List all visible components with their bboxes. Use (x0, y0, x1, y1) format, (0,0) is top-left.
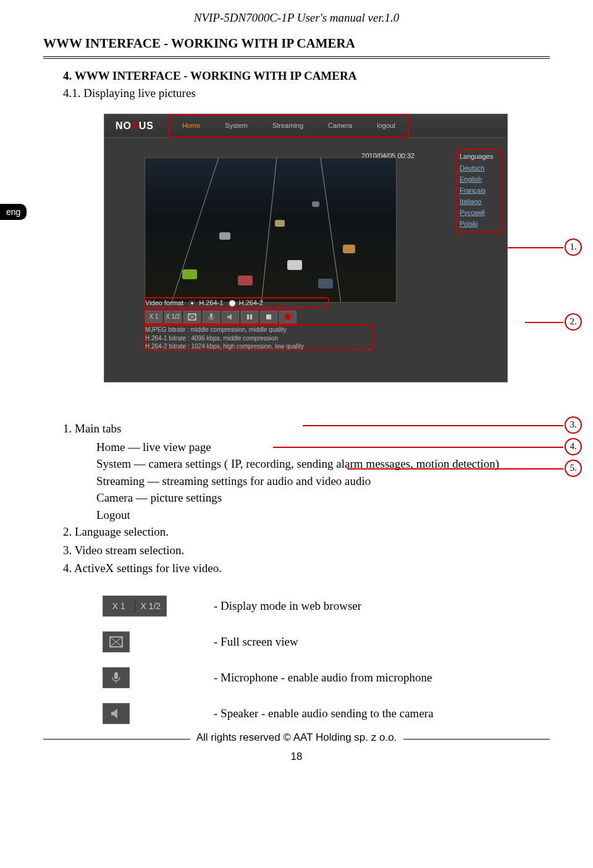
list-item-4: 4. ActiveX settings for live video. (63, 560, 550, 577)
screenshot-body: 2010/04/05 00:32 (104, 138, 507, 303)
record-button[interactable] (279, 311, 296, 323)
video-format-opt1: H.264-1 (199, 299, 223, 306)
x12-label: X 1/2 (135, 600, 167, 612)
svg-marker-10 (111, 709, 117, 718)
sub-system: System — camera settings ( IP, recording… (63, 455, 550, 473)
icon-legend-table: X 1 X 1/2 - Display mode in web browser … (103, 596, 550, 724)
activex-toolbar: X 1 X 1/2 (145, 311, 296, 323)
mic-button[interactable] (203, 311, 220, 323)
lang-english[interactable]: English (460, 174, 498, 185)
svg-rect-6 (266, 314, 271, 319)
lang-polski[interactable]: Polski (460, 219, 498, 230)
zoom-x1-button[interactable]: X 1 (145, 311, 162, 323)
callout-line-5 (347, 468, 563, 470)
fullscreen-icon (103, 631, 130, 652)
svg-rect-4 (247, 314, 249, 319)
svg-marker-3 (227, 314, 232, 320)
lang-deutsch[interactable]: Deutsch (460, 163, 498, 174)
speaker-icon (103, 703, 130, 724)
camera-ui-screenshot: NOVUS Home System Streaming Camera logou… (104, 114, 508, 382)
legend-row-display-mode: X 1 X 1/2 - Display mode in web browser (103, 596, 550, 617)
video-format-row: Video format H.264-1 H.264-2 (145, 298, 263, 308)
nav-camera[interactable]: Camera (316, 117, 364, 135)
fullscreen-button[interactable] (183, 311, 201, 323)
svg-rect-8 (114, 672, 118, 679)
callout-3: 3. (565, 416, 582, 434)
top-bar: NOVUS Home System Streaming Camera logou… (104, 114, 507, 138)
bitrate-mjpeg: MJPEG bitrate : middle compression, midd… (145, 326, 304, 334)
legend-row-speaker: - Speaker - enable audio sending to the … (103, 703, 550, 724)
sub-logout: Logout (63, 507, 550, 524)
nav-streaming[interactable]: Streaming (260, 117, 316, 135)
nav-logout[interactable]: logout (364, 117, 408, 135)
x1-label: X 1 (103, 600, 135, 612)
list-item-2: 2. Language selection. (63, 523, 550, 541)
lang-francais[interactable]: Français (460, 185, 498, 196)
legend-row-microphone: - Microphone - enable audio from microph… (103, 667, 550, 688)
main-nav: Home System Streaming Camera logout (170, 116, 408, 137)
language-panel: Languages Deutsch English Français Itali… (456, 149, 502, 233)
callout-line-3 (303, 425, 563, 426)
callout-4: 4. (565, 438, 582, 455)
video-format-opt2: H.264-2 (239, 299, 263, 306)
callout-5: 5. (565, 460, 582, 477)
lang-russian[interactable]: Русский (460, 208, 498, 219)
svg-rect-5 (250, 314, 252, 319)
lang-italiano[interactable]: Italiano (460, 196, 498, 208)
callout-1: 1. (565, 238, 582, 256)
svg-rect-1 (210, 313, 212, 318)
list-item-3: 3. Video stream selection. (63, 542, 550, 559)
page-number: 18 (43, 739, 550, 777)
fullscreen-desc: - Full screen view (214, 633, 298, 651)
microphone-icon (103, 667, 130, 688)
list-item-1: 1. Main tabs (63, 420, 550, 437)
language-header: Languages (460, 152, 498, 162)
nav-home[interactable]: Home (170, 117, 212, 135)
sub-camera: Camera — picture settings (63, 489, 550, 507)
bitrate-h264-1: H.264-1 bitrate : 4096 kbps, middle comp… (145, 334, 304, 343)
section-header: WWW INTERFACE - WORKING WITH IP CAMERA (43, 36, 550, 59)
bitrate-info: MJPEG bitrate : middle compression, midd… (145, 326, 304, 351)
callout-line-4 (273, 447, 563, 448)
sub-streaming: Streaming — streaming settings for audio… (63, 473, 550, 490)
logo: NOVUS (104, 119, 165, 133)
display-mode-icon: X 1 X 1/2 (103, 596, 167, 617)
copyright: All rights reserved © AAT Holding sp. z … (190, 731, 403, 744)
display-mode-desc: - Display mode in web browser (214, 597, 361, 615)
legend-row-fullscreen: - Full screen view (103, 631, 550, 652)
nav-highlight-box: Home System Streaming Camera logout (169, 114, 409, 138)
speaker-desc: - Speaker - enable audio sending to the … (214, 705, 434, 722)
video-format-label: Video format (145, 299, 183, 306)
live-preview (145, 158, 397, 303)
nav-system[interactable]: System (212, 117, 260, 135)
microphone-desc: - Microphone - enable audio from microph… (214, 669, 432, 686)
pause-button[interactable] (241, 311, 258, 323)
bitrate-h264-2: H.264-2 bitrate : 1024 kbps, high compre… (145, 342, 304, 351)
zoom-x12-button[interactable]: X 1/2 (164, 311, 182, 323)
chapter-heading: 4. WWW INTERFACE - WORKING WITH IP CAMER… (63, 67, 550, 85)
speaker-button[interactable] (222, 311, 239, 323)
radio-h264-2[interactable] (229, 300, 235, 306)
doc-title: NVIP-5DN7000C-1P User's manual ver.1.0 (43, 0, 550, 36)
footer-rule: All rights reserved © AAT Holding sp. z … (43, 739, 550, 739)
callout-2: 2. (565, 313, 582, 331)
radio-h264-1[interactable] (189, 300, 195, 306)
stop-button[interactable] (260, 311, 277, 323)
subchapter-heading: 4.1. Displaying live pictures (63, 85, 550, 102)
